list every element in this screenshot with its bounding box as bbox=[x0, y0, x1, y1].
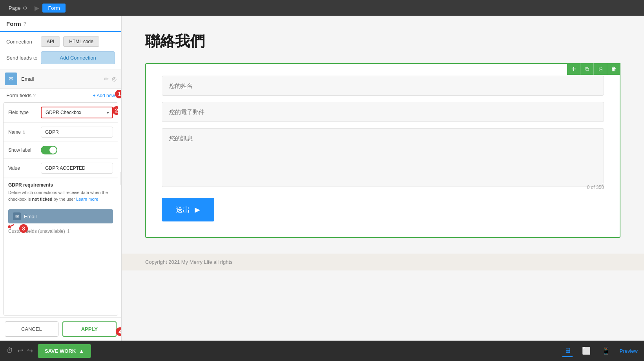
widget-delete-btn[interactable]: 🗑 bbox=[607, 63, 620, 75]
email-actions: ✏ ◎ bbox=[104, 76, 117, 82]
widget-move-btn[interactable]: ✛ bbox=[567, 63, 580, 75]
name-input[interactable] bbox=[41, 127, 113, 138]
email-connection-icon: ✉ bbox=[13, 212, 21, 220]
connection-row: Connection API HTML code bbox=[0, 32, 121, 51]
right-content: 聯絡我們 ✛ ⧉ ⎘ 🗑 0 of 350 送 bbox=[122, 16, 644, 341]
field-type-select-wrapper: GDPR Checkbox Text Email Textarea Checkb… bbox=[41, 107, 113, 118]
email-label: Email bbox=[21, 76, 100, 82]
show-label-label: Show label bbox=[8, 147, 38, 153]
add-connection-button[interactable]: Add Connection bbox=[41, 51, 115, 64]
field-editor: Field type GDPR Checkbox Text Email Text… bbox=[3, 102, 118, 316]
form-fields-header: Form fields ? + Add new bbox=[0, 89, 121, 101]
submit-button[interactable]: 送出 ▶ bbox=[162, 198, 214, 221]
widget-copy-btn[interactable]: ⎘ bbox=[594, 63, 607, 75]
help-icon[interactable]: ? bbox=[24, 21, 27, 27]
learn-more-link[interactable]: Learn more bbox=[76, 197, 98, 201]
main-layout: Form ? Connection API HTML code Send lea… bbox=[0, 16, 644, 341]
name-field-preview[interactable] bbox=[162, 76, 604, 96]
send-leads-label: Send leads to bbox=[6, 55, 38, 61]
form-fields-help-icon[interactable]: ? bbox=[33, 93, 36, 98]
apply-button[interactable]: APPLY bbox=[62, 321, 117, 337]
show-label-toggle[interactable] bbox=[41, 146, 57, 154]
toolbar-right: 🖥 ⬜ 📱 Preview bbox=[562, 345, 638, 357]
chevron-up-icon: ▲ bbox=[79, 348, 84, 354]
edit-icon[interactable]: ✏ bbox=[104, 76, 109, 82]
send-leads-row: Send leads to Add Connection bbox=[0, 51, 121, 69]
submit-arrow-icon: ▶ bbox=[195, 205, 200, 214]
tablet-view-button[interactable]: ⬜ bbox=[580, 345, 592, 357]
bottom-toolbar: ⏱ ↩ ↪ SAVE WORK ▲ 🖥 ⬜ 📱 Preview bbox=[0, 341, 644, 361]
email-row: ✉ Email ✏ ◎ bbox=[0, 69, 121, 89]
page-tab[interactable]: Page ⚙ bbox=[5, 4, 31, 13]
email-field-preview[interactable] bbox=[162, 102, 604, 122]
gdpr-title: GDPR requirements bbox=[8, 182, 113, 188]
custom-fields-info-icon[interactable]: ℹ bbox=[68, 228, 69, 234]
gdpr-desc: Define which connections will receive da… bbox=[8, 189, 113, 202]
message-field-preview[interactable] bbox=[162, 128, 604, 187]
left-panel: Form ? Connection API HTML code Send lea… bbox=[0, 16, 122, 341]
connection-label: Connection bbox=[6, 39, 38, 45]
api-button[interactable]: API bbox=[41, 36, 60, 47]
value-row: Value bbox=[4, 159, 118, 178]
name-label: Name ℹ bbox=[8, 129, 38, 135]
submit-label: 送出 bbox=[176, 205, 190, 214]
desktop-view-button[interactable]: 🖥 bbox=[562, 345, 573, 357]
gdpr-section: GDPR requirements Define which connectio… bbox=[4, 178, 118, 206]
footer-text: Copyright 2021 My Merry Life all rights bbox=[145, 259, 233, 265]
widget-duplicate-btn[interactable]: ⧉ bbox=[580, 63, 594, 75]
gear-icon: ⚙ bbox=[23, 5, 27, 11]
panel-header: Form ? bbox=[0, 16, 121, 32]
preview-button[interactable]: Preview bbox=[620, 348, 638, 354]
name-row: Name ℹ bbox=[4, 123, 118, 142]
undo-icon[interactable]: ↩ bbox=[17, 346, 23, 355]
field-type-label: Field type bbox=[8, 110, 38, 115]
email-connection-label: Email bbox=[24, 214, 37, 220]
add-new-button[interactable]: + Add new bbox=[93, 93, 115, 98]
custom-fields-row: Custom fields (unavailable) ℹ bbox=[4, 225, 118, 237]
toolbar-icons: ⏱ ↩ ↪ bbox=[6, 346, 33, 355]
form-widget-toolbar: ✛ ⧉ ⎘ 🗑 bbox=[567, 63, 620, 75]
bottom-buttons: CANCEL APPLY bbox=[0, 317, 121, 341]
value-label: Value bbox=[8, 165, 38, 171]
page-label: Page bbox=[9, 5, 20, 11]
form-label: Form bbox=[48, 5, 60, 11]
custom-fields-label: Custom fields (unavailable) bbox=[8, 229, 65, 234]
field-type-select[interactable]: GDPR Checkbox Text Email Textarea Checkb… bbox=[41, 107, 113, 118]
save-work-button[interactable]: SAVE WORK ▲ bbox=[38, 344, 91, 358]
html-button[interactable]: HTML code bbox=[63, 36, 99, 47]
mobile-view-button[interactable]: 📱 bbox=[600, 345, 612, 357]
form-fields-label: Form fields ? bbox=[6, 93, 36, 98]
clock-icon[interactable]: ⏱ bbox=[6, 346, 13, 355]
settings-icon[interactable]: ◎ bbox=[112, 76, 117, 82]
page-title: 聯絡我們 bbox=[145, 31, 620, 51]
page-content: 聯絡我們 ✛ ⧉ ⎘ 🗑 0 of 350 送 bbox=[122, 16, 644, 254]
page-footer: Copyright 2021 My Merry Life all rights bbox=[122, 254, 644, 270]
form-widget: ✛ ⧉ ⎘ 🗑 0 of 350 送出 ▶ bbox=[145, 63, 620, 238]
form-tab[interactable]: Form bbox=[42, 4, 65, 13]
show-label-row: Show label bbox=[4, 142, 118, 159]
redo-icon[interactable]: ↪ bbox=[27, 346, 33, 355]
top-bar: Page ⚙ ▶ Form bbox=[0, 0, 644, 16]
value-input[interactable] bbox=[41, 163, 113, 174]
cancel-button[interactable]: CANCEL bbox=[5, 321, 58, 337]
name-help-icon[interactable]: ℹ bbox=[23, 130, 25, 134]
panel-title: Form bbox=[6, 20, 21, 27]
email-icon: ✉ bbox=[5, 73, 17, 85]
field-type-row: Field type GDPR Checkbox Text Email Text… bbox=[4, 103, 118, 123]
email-connection-item[interactable]: ✉ Email bbox=[8, 209, 113, 223]
